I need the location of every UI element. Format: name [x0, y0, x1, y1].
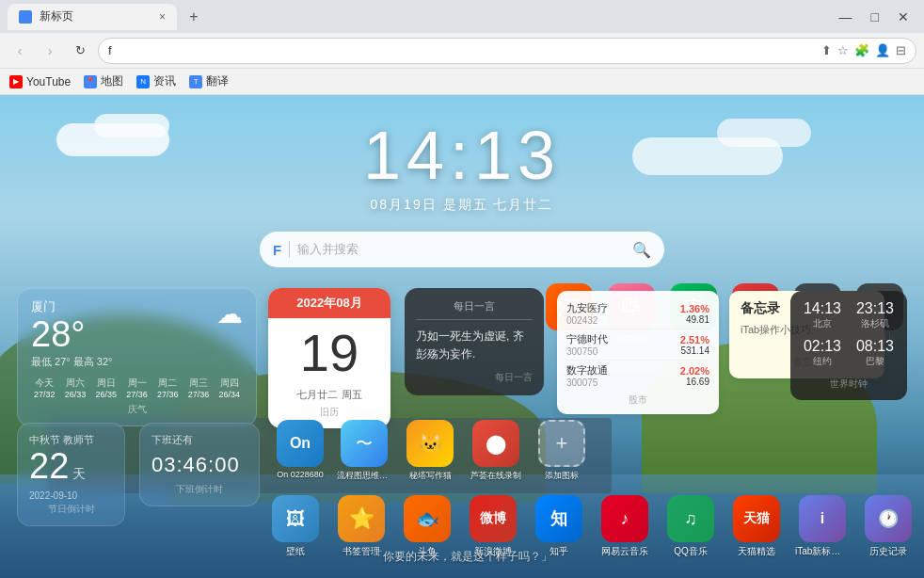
bookmark-translate[interactable]: T 翻译	[189, 73, 229, 89]
weather-widget: 厦门 28° 最低 27° 最高 32° ☁ 今天 27/32 周六 26/33…	[17, 288, 257, 426]
tab-close-btn[interactable]: ×	[159, 10, 166, 24]
weather-city: 厦门	[31, 298, 112, 315]
app-on-icon[interactable]: On On 0228680	[273, 420, 327, 479]
stock-name-3: 数字故通	[566, 363, 608, 377]
window-maximize[interactable]: □	[864, 9, 886, 24]
search-placeholder: 输入并搜索	[297, 241, 625, 258]
weather-day-6: 周三 27/36	[185, 377, 213, 399]
forward-btn[interactable]: ›	[38, 39, 62, 63]
weather-minmax: 最低 27° 最高 32°	[31, 355, 112, 369]
app-lark[interactable]: ⬤ 芦荟在线录制	[469, 420, 523, 482]
share-icon[interactable]: ⬆	[821, 43, 832, 57]
countdown1-days: 22	[29, 447, 69, 487]
app-qqmusic-label: QQ音乐	[663, 545, 718, 558]
cal-lunar: 七月廿二 周五	[268, 388, 390, 402]
bookmark-star-icon[interactable]: ☆	[837, 43, 849, 57]
app-itab[interactable]: i iTab新标签页	[795, 495, 850, 558]
current-date: 08月19日 是期五 七月廿二	[363, 197, 561, 214]
weather-temp: 28°	[31, 315, 112, 355]
countdown1-unit: 天	[72, 466, 86, 483]
cal-label: 旧历	[268, 406, 390, 419]
stock-price-2: 531.14	[680, 345, 709, 356]
countdown2-widget: 下班还有 03:46:00 下班倒计时	[139, 423, 260, 506]
cloud-2	[94, 114, 169, 137]
quote-widget: 每日一言 乃如一死生为虚诞, 齐彭殇为妄作. 每日一言	[405, 288, 544, 395]
time-display: 14:13 08月19日 是期五 七月廿二	[363, 121, 561, 214]
sidebar-icon[interactable]: ⊟	[896, 43, 906, 57]
search-logo: F	[273, 242, 281, 258]
waterfront-buildings	[47, 418, 612, 493]
weather-day-5: 周二 27/36	[154, 377, 182, 399]
app-secret[interactable]: 🐱 秘塔写作猫	[403, 420, 457, 482]
weather-days-row: 今天 27/32 周六 26/33 周日 26/35 周一 27/36 周二 2…	[31, 377, 243, 399]
bookmark-map[interactable]: 📍 地图	[84, 73, 123, 89]
countdown1-label: 中秋节 教师节	[29, 433, 113, 447]
countdown1-title: 节日倒计时	[29, 503, 113, 516]
address-input[interactable]	[108, 43, 816, 57]
wc-city-4: 巴黎	[856, 355, 894, 368]
back-btn[interactable]: ‹	[8, 39, 32, 63]
window-minimize[interactable]: —	[832, 9, 860, 24]
app-history[interactable]: 🕐 历史记录	[861, 495, 916, 558]
stock-name-2: 宁德时代	[566, 332, 608, 346]
current-time: 14:13	[363, 121, 561, 189]
stock-widget[interactable]: 九安医疗 002432 1.36% 49.81 宁德时代 300750 2.51…	[557, 291, 719, 414]
countdown2-time: 03:46:00	[151, 453, 247, 477]
stock-name-1: 九安医疗	[566, 301, 608, 315]
worldclock-label: 世界时钟	[804, 377, 894, 391]
active-tab[interactable]: 新标页 ×	[8, 4, 177, 30]
countdown1-widget: 中秋节 教师节 22 天 2022-09-10 节日倒计时	[17, 423, 125, 526]
wc-time-3: 02:13	[804, 338, 841, 355]
browser-chrome: 新标页 × + — □ ✕ ‹ › ↻ ⬆ ☆ 🧩 👤 ⊟ ▶ YouTube …	[0, 0, 924, 95]
wc-item-4: 08:13 巴黎	[856, 338, 894, 368]
wc-city-3: 纽约	[804, 355, 841, 368]
extension-icon[interactable]: 🧩	[854, 43, 869, 57]
tab-favicon	[19, 10, 32, 24]
app-tmall[interactable]: 天猫 天猫精选	[729, 495, 784, 558]
search-icon[interactable]: 🔍	[632, 241, 651, 259]
stock-label: 股市	[566, 393, 709, 407]
app-workflow[interactable]: 〜 流程图思维导图	[337, 420, 391, 482]
weather-day-3: 周日 26/35	[92, 377, 119, 399]
app-secret-label: 秘塔写作猫	[403, 470, 457, 482]
app-history-label: 历史记录	[861, 545, 916, 558]
weather-day-2: 周六 26/33	[62, 377, 89, 399]
app-wallpaper-label: 壁纸	[268, 545, 323, 558]
weather-day-1: 今天 27/32	[31, 377, 58, 399]
address-bar[interactable]: ⬆ ☆ 🧩 👤 ⊟	[98, 38, 916, 64]
app-lark-label: 芦荟在线录制	[469, 470, 523, 482]
tab-label: 新标页	[40, 8, 151, 24]
app-neteasy[interactable]: ♪ 网易云音乐	[597, 495, 652, 558]
new-tab-btn[interactable]: +	[181, 4, 207, 30]
calendar-widget[interactable]: 2022年08月 19 七月廿二 周五 旧历	[268, 288, 390, 428]
app-wallpaper[interactable]: 🖼 壁纸	[268, 495, 323, 558]
profile-icon[interactable]: 👤	[875, 43, 890, 57]
wallpaper-area: 14:13 08月19日 是期五 七月廿二 F 输入并搜索 🔍 厦门 28° 最…	[0, 95, 924, 578]
cloud-4	[717, 119, 811, 147]
tab-bar: 新标页 × + — □ ✕	[0, 0, 924, 33]
app-add-icon[interactable]: + 添加图标	[534, 420, 589, 482]
refresh-btn[interactable]: ↻	[68, 39, 92, 63]
bookmark-youtube[interactable]: ▶ YouTube	[9, 75, 71, 88]
tagline: 「你要的未来，就是这个样子吗？」	[372, 549, 552, 565]
wc-time-2: 23:13	[856, 300, 894, 317]
stock-code-3: 300075	[566, 377, 608, 388]
search-bar[interactable]: F 输入并搜索 🔍	[260, 232, 664, 267]
worldclock-widget: 14:13 北京 23:13 洛杉矶 02:13 纽约 08:13 巴黎 世界时…	[790, 291, 907, 400]
quote-title: 每日一言	[416, 299, 533, 320]
stock-price-1: 49.81	[680, 314, 709, 325]
stock-code-2: 300750	[566, 346, 608, 357]
wc-city-2: 洛杉矶	[856, 317, 894, 330]
quote-text: 乃如一死生为虚诞, 齐彭殇为妄作.	[416, 328, 533, 363]
stock-change-2: 2.51%	[680, 334, 709, 345]
stock-row-1: 九安医疗 002432 1.36% 49.81	[566, 298, 709, 329]
search-divider	[289, 241, 290, 258]
bookmark-news[interactable]: N 资讯	[136, 73, 176, 89]
weather-icon: ☁	[216, 298, 243, 329]
window-close[interactable]: ✕	[890, 9, 916, 24]
app-on-label: On 0228680	[273, 470, 327, 479]
stock-change-3: 2.02%	[680, 365, 709, 377]
quote-label: 每日一言	[416, 371, 533, 384]
app-qqmusic[interactable]: ♫ QQ音乐	[663, 495, 718, 558]
countdown2-title: 下班倒计时	[151, 483, 247, 496]
